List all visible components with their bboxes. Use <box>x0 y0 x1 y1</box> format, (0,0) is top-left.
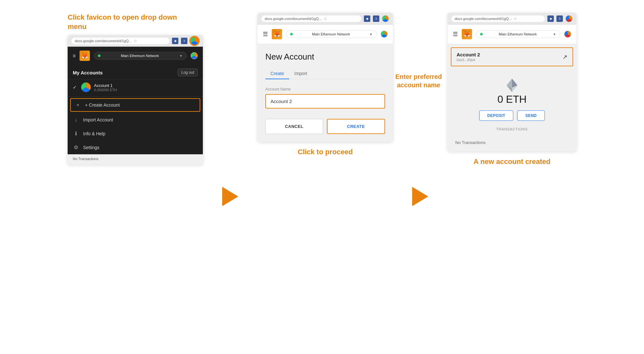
url-text-1: docs.google.com/document/d/1gQ... <box>75 39 132 43</box>
panel-1: Click favicon to open drop down menu doc… <box>68 13 203 165</box>
url-bar-2: docs.google.com/document/d/1gQ... ☆ <box>261 15 361 22</box>
ext-icon-1: ◆ <box>172 38 178 44</box>
account-name-input[interactable] <box>265 94 385 109</box>
account2-address: 0xe5...85b4 <box>457 58 480 62</box>
checkmark-icon: ✓ <box>73 85 78 90</box>
url-text-2: docs.google.com/document/d/1gQ... <box>265 17 322 21</box>
url-bar-3: docs.google.com/document/d/1gQ... ☆ <box>451 15 545 22</box>
account2-header-box: Account 2 0xe5...85b4 ↗ <box>451 47 573 66</box>
annotation-click-proceed: Click to proceed <box>258 148 393 157</box>
form-buttons: CANCEL CREATE <box>265 119 385 134</box>
settings-menu-item[interactable]: ⚙ Settings <box>68 140 203 154</box>
transactions-label: TRANSACTIONS <box>496 127 528 131</box>
hamburger-3[interactable]: ☰ <box>453 31 458 38</box>
inner-header-3: ☰ 🦊 Main Ethereum Network ▼ <box>448 24 576 44</box>
account-avatar-header-1 <box>191 52 198 59</box>
network-dot-3 <box>480 33 483 35</box>
account2-name: Account 2 <box>457 52 480 57</box>
account-avatar-header-2 <box>381 31 388 38</box>
inner-header-2: ☰ 🦊 Main Ethereum Network ▼ <box>258 24 393 44</box>
account-1-balance: 0.000000 ETH <box>94 88 198 92</box>
eth-action-buttons: DEPOSIT SEND <box>479 110 545 121</box>
eth-balance-area: 0 ETH DEPOSIT SEND TRANSACTIONS <box>448 70 576 140</box>
deposit-button[interactable]: DEPOSIT <box>479 110 513 121</box>
gear-icon: ⚙ <box>73 144 79 150</box>
info-help-menu-item[interactable]: ℹ Info & Help <box>68 127 203 140</box>
network-selector-2[interactable]: Main Ethereum Network ▼ <box>286 30 377 38</box>
annotation-step1: Click favicon to open drop down menu <box>68 13 190 31</box>
network-label-3: Main Ethereum Network <box>499 32 537 36</box>
main-container: Click favicon to open drop down menu doc… <box>0 0 644 354</box>
hamburger-menu-1[interactable]: ☰ <box>73 54 76 58</box>
send-button[interactable]: SEND <box>517 110 545 121</box>
network-selector-1[interactable]: Main Ethereum Network ▼ <box>94 52 187 60</box>
browser-bar-2: docs.google.com/document/d/1gQ... ☆ ◆ 3 <box>258 13 393 24</box>
import-account-menu-item[interactable]: ↓ Import Account <box>68 113 203 127</box>
tab-create[interactable]: Create <box>265 68 289 79</box>
account-1-avatar <box>81 82 91 92</box>
accounts-title: My Accounts <box>73 70 103 75</box>
account-item-1[interactable]: ✓ Account 1 0.000000 ETH <box>68 79 203 95</box>
ext-icon-5: ◆ <box>547 15 554 22</box>
url-text-3: docs.google.com/document/d/1gQ... <box>455 17 512 21</box>
annotation-new-account-created: A new account created <box>448 157 576 167</box>
import-icon: ↓ <box>73 117 79 123</box>
url-bar-1: docs.google.com/document/d/1gQ... ☆ <box>71 38 169 44</box>
network-dot-2 <box>290 33 293 35</box>
network-dot-1 <box>98 54 100 57</box>
create-button[interactable]: CREATE <box>327 119 385 134</box>
mm-fox-logo-3: 🦊 <box>462 29 472 39</box>
eth-balance: 0 ETH <box>497 93 527 105</box>
star-icon-3: ☆ <box>514 16 517 21</box>
info-help-label: Info & Help <box>83 131 105 136</box>
network-selector-3[interactable]: Main Ethereum Network ▼ <box>476 30 560 38</box>
arrow-1 <box>222 187 238 206</box>
star-icon-1: ☆ <box>134 39 137 43</box>
annotation-enter-name: Enter preferred account name <box>386 72 451 89</box>
ext-icon-3: ◆ <box>364 15 370 22</box>
menu-divider-1 <box>68 97 203 97</box>
tab-import[interactable]: Import <box>289 68 312 79</box>
ext-icon-4: 3 <box>373 15 379 22</box>
metamask-favicon-3[interactable] <box>565 15 573 22</box>
create-account-menu-item[interactable]: + + Create Account <box>70 98 200 112</box>
new-account-form: New Account Create Import Account Name C… <box>258 44 393 142</box>
cancel-button[interactable]: CANCEL <box>265 119 323 134</box>
eth-diamond-icon <box>504 77 520 93</box>
account-1-name: Account 1 <box>94 83 198 88</box>
metamask-favicon-2[interactable] <box>382 15 389 22</box>
ext-icon-2: 3 <box>181 38 187 44</box>
panel-2: docs.google.com/document/d/1gQ... ☆ ◆ 3 … <box>258 13 393 157</box>
info-icon: ℹ <box>73 130 79 137</box>
account2-info: Account 2 0xe5...85b4 <box>457 52 480 62</box>
create-account-label: + Create Account <box>85 102 120 108</box>
account2-avatar-header <box>564 31 571 38</box>
account-name-label: Account Name <box>265 87 385 91</box>
settings-label: Settings <box>83 145 99 150</box>
browser-bar-3: docs.google.com/document/d/1gQ... ☆ ◆ 3 <box>448 13 576 24</box>
browser-frame-1: docs.google.com/document/d/1gQ... ☆ ◆ 3 … <box>68 35 203 165</box>
panel-3: docs.google.com/document/d/1gQ... ☆ ◆ 3 … <box>448 13 576 167</box>
no-transactions-3: No Transactions <box>448 140 576 145</box>
account-1-info: Account 1 0.000000 ETH <box>94 83 198 92</box>
browser-frame-3: docs.google.com/document/d/1gQ... ☆ ◆ 3 … <box>448 13 576 151</box>
import-account-label: Import Account <box>83 117 113 122</box>
account-tabs: Create Import <box>265 68 385 79</box>
external-link-icon[interactable]: ↗ <box>563 53 567 61</box>
no-transactions-1: No Transactions <box>68 154 203 165</box>
metamask-popup-header: ☰ 🦊 Main Ethereum Network ▼ <box>68 47 203 65</box>
new-account-title: New Account <box>265 52 385 62</box>
plus-icon: + <box>75 102 81 108</box>
arrow-2 <box>412 187 428 206</box>
network-label-2: Main Ethereum Network <box>312 32 350 36</box>
mm-fox-logo-1: 🦊 <box>80 51 90 61</box>
logout-button[interactable]: Log out <box>178 69 198 76</box>
metamask-favicon-highlighted[interactable] <box>190 36 199 45</box>
hamburger-2[interactable]: ☰ <box>263 31 268 38</box>
star-icon-2: ☆ <box>324 16 327 21</box>
browser-frame-2: docs.google.com/document/d/1gQ... ☆ ◆ 3 … <box>258 13 393 142</box>
ext-icon-6: 3 <box>556 15 563 22</box>
browser-bar-1: docs.google.com/document/d/1gQ... ☆ ◆ 3 <box>68 35 203 47</box>
accounts-header: My Accounts Log out <box>68 65 203 79</box>
mm-fox-logo-2: 🦊 <box>272 29 282 39</box>
